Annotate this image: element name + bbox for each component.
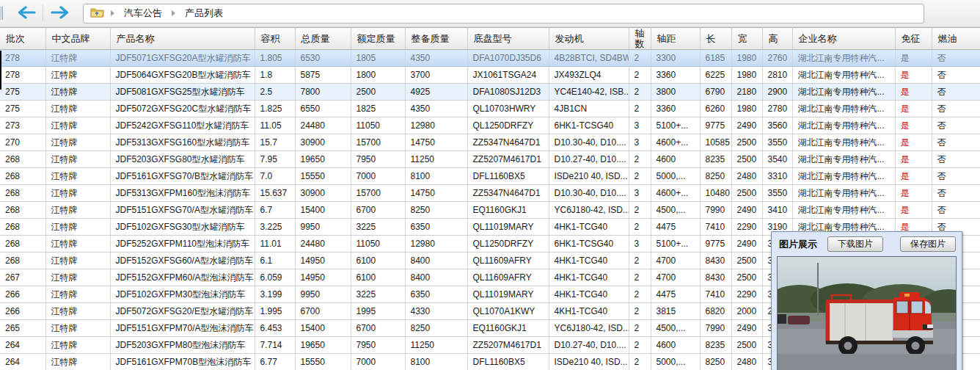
folder-icon[interactable]	[90, 7, 104, 20]
table-row[interactable]: 278江特牌JDF5071GXFSG20A型水罐消防车1.80565301805…	[0, 50, 980, 67]
cell-volume: 2.5	[255, 84, 295, 101]
cell-chassis-model: QL11019MARY	[467, 219, 549, 236]
cell-volume: 6.059	[255, 269, 295, 286]
table-row[interactable]: 270江特牌JDF5313GXFSG160型水罐消防车15.7309001570…	[0, 134, 980, 151]
table-row[interactable]: 273江特牌JDF5242GXFSG110型水罐消防车11.0524480110…	[0, 117, 980, 134]
cell-exempt: 是	[895, 185, 932, 202]
cell-exempt: 是	[895, 101, 932, 117]
cell-axle-count: 2	[629, 320, 651, 337]
cell-engine: D10.27-40, D10....	[549, 337, 629, 354]
column-header-width[interactable]: 宽	[731, 28, 762, 50]
breadcrumb-separator-icon	[172, 10, 175, 16]
cell-rated-mass: 6100	[351, 269, 405, 286]
cell-curb-mass: 12980	[405, 117, 467, 134]
cell-total-mass: 30900	[295, 185, 351, 202]
table-row[interactable]: 275江特牌JDF5081GXFSG25型水罐消防车2.578002500492…	[0, 84, 980, 101]
cell-wheelbase: 3360	[651, 67, 700, 84]
column-header-volume[interactable]: 容积	[255, 28, 295, 50]
cell-engine: ISDe210 40, ISD...	[549, 168, 629, 185]
cell-company: 湖北江南专用特种汽...	[792, 202, 895, 219]
column-header-height[interactable]: 高	[762, 28, 792, 50]
column-header-product-name[interactable]: 产品名称	[110, 28, 255, 50]
column-header-total-mass[interactable]: 总质量	[295, 28, 351, 50]
breadcrumb-item-auto-notice[interactable]: 汽车公告	[121, 5, 165, 21]
cell-product-name: JDF5102GXFSG30型水罐消防车	[110, 219, 255, 236]
cell-engine: JX493ZLQ4	[549, 67, 629, 84]
cell-wheelbase: 3815	[651, 303, 700, 320]
back-button[interactable]	[9, 2, 43, 24]
cell-curb-mass: 4925	[405, 84, 467, 101]
image-preview-popup: 图片展示 下载图片 保存图片	[771, 231, 962, 370]
cell-fuel: 否	[932, 50, 980, 67]
cell-exempt: 是	[895, 50, 932, 67]
cell-engine: YC4E140-42, ISB...	[549, 84, 629, 101]
download-image-button[interactable]: 下载图片	[827, 236, 883, 252]
cell-width: 2500	[731, 134, 762, 151]
cell-rated-mass: 15700	[351, 134, 405, 151]
cell-fuel: 否	[932, 67, 980, 84]
cell-wheelbase: 4500,...	[651, 320, 700, 337]
cell-width: 2480	[731, 354, 762, 370]
column-header-chassis-model[interactable]: 底盘型号	[467, 28, 549, 50]
cell-wheelbase: 5100+...	[651, 117, 700, 134]
column-header-batch[interactable]: 批次	[0, 28, 45, 50]
column-header-company[interactable]: 企业名称	[792, 28, 895, 50]
cell-batch: 265	[0, 320, 45, 337]
cell-height: 2760	[762, 50, 792, 67]
cell-width: 2180	[731, 84, 762, 101]
cell-width: 2500	[731, 337, 762, 354]
cell-volume: 11.01	[255, 236, 295, 253]
table-row[interactable]: 268江特牌JDF5161GXFSG70/B型水罐消防车7.0155507000…	[0, 168, 980, 185]
cell-brand: 江特牌	[45, 286, 110, 303]
column-header-curb-mass[interactable]: 整备质量	[405, 28, 467, 50]
cell-batch: 268	[0, 202, 45, 219]
cell-axle-count: 3	[629, 185, 651, 202]
cell-total-mass: 19650	[295, 151, 351, 168]
column-header-axle-count[interactable]: 轴数	[629, 28, 651, 50]
cell-product-name: JDF5252GXFPM110型泡沫消防车	[110, 236, 255, 253]
cell-length: 8235	[700, 151, 731, 168]
cell-curb-mass: 4350	[405, 50, 467, 67]
cell-total-mass: 30900	[295, 134, 351, 151]
table-row[interactable]: 275江特牌JDF5072GXFSG20C型水罐消防车1.82565501825…	[0, 101, 980, 117]
cell-length: 9775	[700, 236, 731, 253]
cell-width: 2000	[731, 303, 762, 320]
cell-brand: 江特牌	[45, 117, 110, 134]
forward-button[interactable]	[43, 2, 77, 24]
cell-brand: 江特牌	[45, 253, 110, 269]
table-row[interactable]: 278江特牌JDF5064GXFSG20B型水罐消防车1.85875180037…	[0, 67, 980, 84]
table-row[interactable]: 268江特牌JDF5313GXFPM160型泡沫消防车15.6373090015…	[0, 185, 980, 202]
cell-product-name: JDF5313GXFSG160型水罐消防车	[110, 134, 255, 151]
cell-length: 6260	[700, 101, 731, 117]
breadcrumb-separator-icon	[111, 10, 114, 16]
cell-wheelbase: 4500,...	[651, 202, 700, 219]
table-row[interactable]: 268江特牌JDF5203GXFSG80型水罐消防车7.951965079501…	[0, 151, 980, 168]
cell-volume: 7.0	[255, 168, 295, 185]
column-header-rated-mass[interactable]: 额定质量	[351, 28, 405, 50]
cell-axle-count: 2	[629, 50, 651, 67]
table-row[interactable]: 268江特牌JDF5151GXFSG70/A型水罐消防车6.7154006700…	[0, 202, 980, 219]
column-header-length[interactable]: 长	[700, 28, 731, 50]
cell-curb-mass: 8250	[405, 320, 467, 337]
cell-company: 湖北江南专用特种汽...	[792, 84, 895, 101]
cell-total-mass: 14950	[295, 269, 351, 286]
cell-wheelbase: 4600+...	[651, 185, 700, 202]
save-image-button[interactable]: 保存图片	[900, 236, 956, 252]
cell-axle-count: 2	[629, 219, 651, 236]
column-header-fuel[interactable]: 燃油	[932, 28, 980, 50]
column-header-exempt[interactable]: 免征	[895, 28, 932, 50]
cell-batch: 266	[0, 286, 45, 303]
cell-curb-mass: 8400	[405, 269, 467, 286]
cell-engine: YC6J180-42, ISD...	[549, 202, 629, 219]
cell-axle-count: 2	[629, 337, 651, 354]
column-header-brand[interactable]: 中文品牌	[45, 28, 110, 50]
cell-engine: 4B28BTCI, SD4BW...	[549, 50, 629, 67]
column-header-engine[interactable]: 发动机	[549, 28, 629, 50]
cell-product-name: JDF5161GXFSG70/B型水罐消防车	[110, 168, 255, 185]
cell-brand: 江特牌	[45, 269, 110, 286]
column-header-wheelbase[interactable]: 轴距	[651, 28, 700, 50]
cell-company: 湖北江南专用特种汽...	[792, 101, 895, 117]
cell-height: 3550	[762, 134, 792, 151]
cell-product-name: JDF5072GXFSG20/E型水罐消防车	[110, 303, 255, 320]
breadcrumb-item-product-list[interactable]: 产品列表	[182, 5, 226, 21]
